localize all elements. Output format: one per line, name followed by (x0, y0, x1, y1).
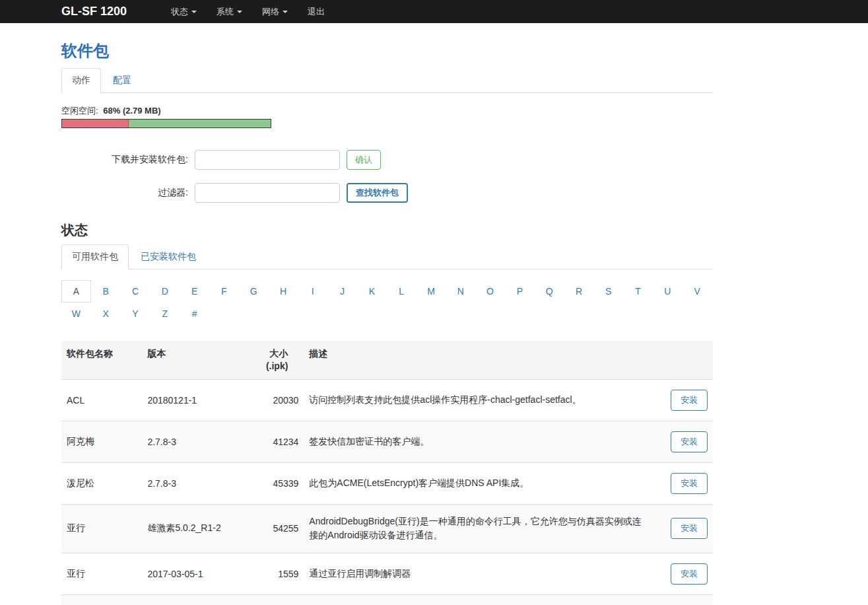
confirm-button[interactable]: 确认 (347, 150, 381, 170)
download-install-row: 下载并安装软件包: 确认 (61, 150, 713, 170)
free-space-value: 68% (2.79 MB) (103, 106, 160, 116)
package-name-cell: 泼尼松 (61, 462, 142, 504)
header-package-name: 软件包名称 (61, 341, 142, 379)
version-cell: 2017-03-05-1 (142, 553, 247, 595)
tab-configuration[interactable]: 配置 (102, 68, 142, 93)
letter-pagination: ABCDEFGHIJKLMNOPQRSTUVWXYZ# (61, 280, 713, 325)
letter-B[interactable]: B (91, 280, 121, 302)
action-cell: 安装 (651, 379, 713, 421)
letter-Z[interactable]: Z (150, 302, 180, 325)
letter-R[interactable]: R (564, 280, 594, 302)
status-heading: 状态 (61, 221, 713, 239)
letter-M[interactable]: M (417, 280, 446, 302)
header-version: 版本 (142, 341, 247, 379)
table-row: 泼尼松2.7.8-345339此包为ACME(LetsEncrypt)客户端提供… (61, 462, 713, 504)
caret-down-icon (237, 11, 242, 13)
tab-installed-packages[interactable]: 已安装软件包 (130, 244, 207, 269)
install-button[interactable]: 安装 (671, 563, 708, 585)
letter-C[interactable]: C (121, 280, 150, 302)
letter-E[interactable]: E (180, 280, 209, 302)
table-header-row: 软件包名称 版本 大小 (.ipk) 描述 (61, 341, 713, 379)
letter-V[interactable]: V (683, 280, 712, 302)
letter-X[interactable]: X (91, 302, 121, 325)
action-cell: 安装 (651, 504, 713, 553)
letter-U[interactable]: U (653, 280, 683, 302)
page-content: 软件包 动作配置 空闲空间: 68% (2.79 MB) 下载并安装软件包: 确… (61, 40, 713, 605)
letter-H[interactable]: H (269, 280, 298, 302)
letter-F[interactable]: F (209, 280, 239, 302)
version-cell: 2.7.8-3 (142, 462, 247, 504)
table-row: ACL20180121-120030访问控制列表支持此包提供acl操作实用程序-… (61, 379, 713, 421)
description-cell: 访问控制列表支持此包提供acl操作实用程序-chacl-getfacl-setf… (304, 379, 651, 421)
package-name-cell: 亚行 (61, 553, 142, 595)
filter-label: 过滤器: (61, 187, 195, 199)
version-cell: 2.7.8-3 (142, 421, 247, 462)
version-cell: 雄激素5.0.2_R1-2 (142, 504, 247, 553)
filter-row: 过滤器: 查找软件包 (61, 183, 713, 203)
brand[interactable]: GL-SF 1200 (61, 5, 127, 18)
filter-input[interactable] (195, 183, 340, 203)
action-tabs: 动作配置 (61, 68, 713, 93)
action-cell: 安装 (651, 553, 713, 595)
description-cell: 通过亚行启用调制解调器 (304, 553, 651, 595)
install-button[interactable]: 安装 (671, 518, 708, 539)
letter-hash[interactable]: # (180, 302, 209, 325)
free-space-bar (61, 119, 271, 128)
size-cell: 20030 (247, 379, 304, 421)
header-size: 大小 (.ipk) (247, 341, 304, 379)
letter-N[interactable]: N (446, 280, 475, 302)
find-package-button[interactable]: 查找软件包 (347, 183, 408, 203)
package-name-cell: 阿克梅 (61, 421, 142, 462)
letter-Q[interactable]: Q (535, 280, 564, 302)
letter-G[interactable]: G (239, 280, 269, 302)
letter-P[interactable]: P (505, 280, 535, 302)
package-name-cell: 亚行 (61, 504, 142, 553)
size-cell: 54255 (247, 504, 304, 553)
letter-L[interactable]: L (387, 280, 417, 302)
action-cell: 安装 (651, 421, 713, 462)
package-name-cell: 阿德布洛克 (61, 595, 142, 605)
nav-item-logout[interactable]: 退出 (298, 0, 335, 24)
letter-I[interactable]: I (298, 280, 327, 302)
letter-Y[interactable]: Y (121, 302, 150, 325)
tab-actions[interactable]: 动作 (61, 68, 101, 93)
nav-menu: 状态系统网络退出 (161, 0, 335, 24)
description-cell: 强大的AdBlock脚本，通过dnsmasq阻止广告/滥用域，未绑定，命名，kr… (304, 595, 651, 605)
nav-item-status[interactable]: 状态 (161, 0, 207, 24)
caret-down-icon (191, 11, 197, 13)
action-cell: 安装 (651, 462, 713, 504)
install-button[interactable]: 安装 (671, 473, 708, 494)
action-cell: 安装 (651, 595, 713, 605)
header-action (651, 341, 713, 379)
letter-W[interactable]: W (61, 302, 91, 325)
letter-O[interactable]: O (475, 280, 505, 302)
nav-item-network[interactable]: 网络 (252, 0, 298, 24)
install-button[interactable]: 安装 (671, 431, 708, 452)
tab-available-packages[interactable]: 可用软件包 (61, 244, 129, 269)
install-button[interactable]: 安装 (671, 390, 708, 411)
letter-K[interactable]: K (357, 280, 387, 302)
page-title: 软件包 (61, 40, 713, 61)
package-table: 软件包名称 版本 大小 (.ipk) 描述 ACL20180121-120030… (61, 341, 713, 605)
download-install-input[interactable] (195, 150, 340, 170)
version-cell: 3.5.4-2 (142, 595, 247, 605)
description-cell: 此包为ACME(LetsEncrypt)客户端提供DNS API集成。 (304, 462, 651, 504)
download-install-label: 下载并安装软件包: (61, 154, 195, 166)
letter-D[interactable]: D (150, 280, 180, 302)
letter-T[interactable]: T (623, 280, 653, 302)
description-cell: AndroidDebugBridge(亚行)是一种通用的命令行工具，它允许您与仿… (304, 504, 651, 553)
free-space-text: 空闲空间: 68% (2.79 MB) (61, 105, 713, 117)
nav-item-system[interactable]: 系统 (207, 0, 252, 24)
size-cell: 45339 (247, 462, 304, 504)
table-row: 阿德布洛克3.5.4-212018强大的AdBlock脚本，通过dnsmasq阻… (61, 595, 713, 605)
letter-J[interactable]: J (327, 280, 357, 302)
letter-S[interactable]: S (593, 280, 623, 302)
table-row: 亚行雄激素5.0.2_R1-254255AndroidDebugBridge(亚… (61, 504, 713, 553)
letter-A[interactable]: A (61, 280, 91, 302)
description-cell: 签发快信加密证书的客户端。 (304, 421, 651, 462)
version-cell: 20180121-1 (142, 379, 247, 421)
size-cell: 1559 (247, 553, 304, 595)
table-row: 亚行2017-03-05-11559通过亚行启用调制解调器安装 (61, 553, 713, 595)
free-space-segment (129, 120, 271, 127)
size-cell: 12018 (247, 595, 304, 605)
